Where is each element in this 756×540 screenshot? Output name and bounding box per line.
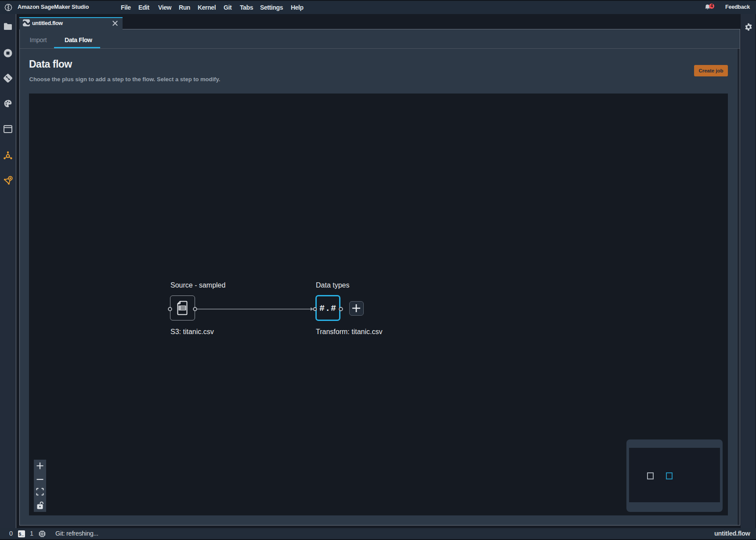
svg-text:$_: $_ — [19, 532, 25, 537]
